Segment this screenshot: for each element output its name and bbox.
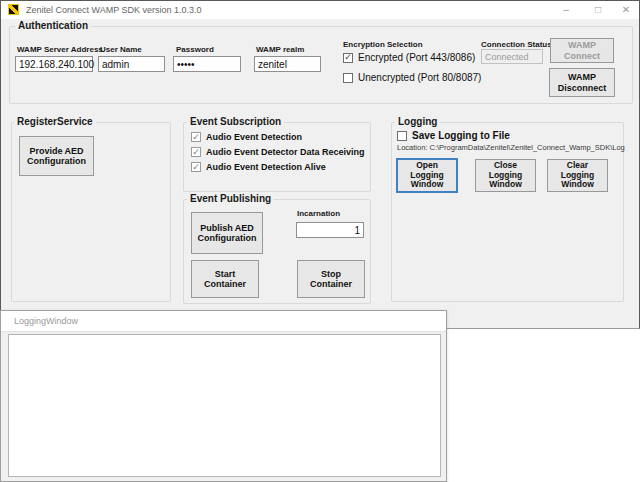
encrypted-checkbox[interactable]: ✓ Encrypted (Port 443/8086) — [343, 52, 475, 63]
wamp-disconnect-button[interactable]: WAMP Disconnect — [549, 68, 615, 97]
save-logging-to-file-checkbox[interactable]: Save Logging to File — [397, 130, 510, 141]
stop-container-button[interactable]: Stop Container — [297, 260, 365, 298]
logging-window: LoggingWindow — [0, 310, 447, 482]
audio-event-detection-alive-label: Audio Event Detection Alive — [206, 162, 326, 172]
window-title: Zenitel Connect WAMP SDK version 1.0.3.0 — [26, 5, 202, 15]
encrypted-checkbox-label: Encrypted (Port 443/8086) — [358, 52, 475, 63]
authentication-group-label: Authentication — [15, 20, 91, 31]
logging-group-label: Logging — [395, 116, 440, 127]
password-label: Password — [176, 45, 214, 54]
encrypted-checkbox-box[interactable]: ✓ — [343, 53, 353, 63]
maximize-button[interactable]: □ — [585, 1, 611, 19]
audio-event-detection-label: Audio Event Detection — [206, 132, 302, 142]
connection-status-label: Connection Status — [481, 40, 552, 49]
log-location-text: Location: C:\ProgramData\Zenitel\Zenitel… — [397, 143, 625, 152]
user-name-label: User Name — [100, 45, 142, 54]
password-input[interactable]: ••••• — [173, 56, 241, 72]
save-logging-to-file-label: Save Logging to File — [412, 130, 510, 141]
audio-event-detection-checkbox-box[interactable]: ✓ — [191, 132, 201, 142]
zenitel-logo-icon — [8, 4, 19, 15]
wamp-server-address-input[interactable]: 192.168.240.100 — [15, 56, 93, 72]
publish-aed-configuration-button[interactable]: Publish AED Configuration — [191, 212, 263, 254]
minimize-button[interactable]: – — [553, 1, 579, 19]
clear-logging-window-button[interactable]: Clear Logging Window — [547, 159, 608, 192]
incarnation-input[interactable]: 1 — [296, 222, 364, 238]
audio-event-detector-data-receiving-checkbox[interactable]: ✓ Audio Event Detector Data Receiving — [191, 147, 365, 157]
wamp-realm-label: WAMP realm — [256, 45, 304, 54]
start-container-button[interactable]: Start Container — [191, 260, 259, 298]
close-button[interactable]: ✕ — [613, 1, 639, 19]
main-window: Zenitel Connect WAMP SDK version 1.0.3.0… — [0, 0, 640, 329]
desktop: Zenitel Connect WAMP SDK version 1.0.3.0… — [0, 0, 640, 482]
event-subscription-group-label: Event Subscription — [187, 116, 284, 127]
logging-window-titlebar[interactable]: LoggingWindow — [1, 311, 446, 332]
wamp-connect-button[interactable]: WAMP Connect — [550, 38, 614, 63]
unencrypted-checkbox-box[interactable] — [343, 73, 353, 83]
unencrypted-checkbox[interactable]: Unencrypted (Port 80/8087) — [343, 72, 481, 83]
logging-output-textarea[interactable] — [8, 334, 441, 477]
audio-event-detection-checkbox[interactable]: ✓ Audio Event Detection — [191, 132, 302, 142]
register-service-group-label: RegisterService — [14, 116, 96, 127]
incarnation-label: Incarnation — [297, 209, 340, 218]
close-logging-window-button[interactable]: Close Logging Window — [475, 159, 536, 192]
connection-status-value: Connected — [481, 49, 543, 64]
audio-event-detector-data-receiving-checkbox-box[interactable]: ✓ — [191, 147, 201, 157]
open-logging-window-button[interactable]: Open Logging Window — [396, 158, 458, 193]
main-titlebar[interactable]: Zenitel Connect WAMP SDK version 1.0.3.0… — [1, 1, 639, 19]
audio-event-detection-alive-checkbox-box[interactable]: ✓ — [191, 162, 201, 172]
encryption-selection-label: Encryption Selection — [343, 40, 423, 49]
audio-event-detection-alive-checkbox[interactable]: ✓ Audio Event Detection Alive — [191, 162, 326, 172]
event-publishing-group-label: Event Publishing — [187, 193, 274, 204]
logging-window-title: LoggingWindow — [14, 316, 78, 326]
save-logging-to-file-checkbox-box[interactable] — [397, 131, 407, 141]
unencrypted-checkbox-label: Unencrypted (Port 80/8087) — [358, 72, 481, 83]
wamp-server-address-label: WAMP Server Address — [17, 45, 103, 54]
user-name-input[interactable]: admin — [98, 56, 165, 72]
audio-event-detector-data-receiving-label: Audio Event Detector Data Receiving — [206, 147, 365, 157]
provide-aed-configuration-button[interactable]: Provide AED Configuration — [19, 136, 94, 176]
wamp-realm-input[interactable]: zenitel — [254, 56, 321, 72]
